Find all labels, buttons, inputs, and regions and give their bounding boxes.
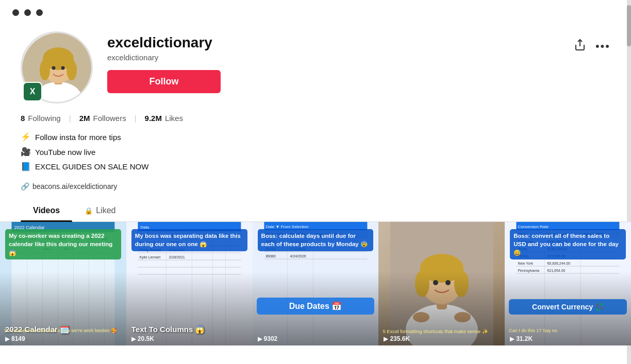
- video-card-1[interactable]: 2022 Calendar Sun Mon Tue Wed Thu Fri Sa…: [0, 222, 126, 345]
- lock-icon: 🔒: [85, 207, 93, 215]
- bio-line-3: 📘 EXCEL GUIDES ON SALE NOW: [21, 160, 610, 175]
- profile-name: exceldictionary: [107, 34, 221, 51]
- video-sub-5: Can I do this 1? Say no: [509, 328, 627, 333]
- follow-button[interactable]: Follow: [107, 70, 221, 93]
- bio-line-2: 🎥 YouTube now live: [21, 145, 610, 160]
- likes-label: Likes: [165, 114, 183, 123]
- video-count-text-3: 9302: [264, 335, 278, 342]
- tabs-row: Videos 🔒 Liked: [0, 200, 631, 222]
- svg-point-6: [67, 60, 77, 80]
- profile-info: exceldictionary exceldictionary Follow •…: [107, 31, 610, 93]
- video-top-badge-5: Boss: convert all of these sales to USD …: [510, 229, 626, 259]
- profile-handle: exceldictionary: [107, 53, 221, 62]
- profile-actions: •••: [574, 34, 610, 54]
- video-card-4[interactable]: 5 Excel formatting shortcuts that make s…: [378, 222, 505, 345]
- followers-count: 2M: [79, 114, 90, 123]
- svg-point-8: [61, 66, 65, 70]
- followers-label: Followers: [93, 114, 126, 123]
- link-icon: 🔗: [21, 182, 29, 190]
- bio-text-1: Follow insta for more tips: [35, 130, 121, 144]
- link-url[interactable]: beacons.ai/exceldictionary: [32, 182, 117, 190]
- excel-badge: X: [23, 82, 42, 101]
- video-bottom-title-2: Text To Columns 😱: [131, 325, 247, 334]
- play-icon-2: ▶: [131, 336, 136, 342]
- link-section: 🔗 beacons.ai/exceldictionary: [0, 177, 631, 200]
- bio-text-3: EXCEL GUIDES ON SALE NOW: [35, 160, 148, 174]
- likes-count: 9.2M: [145, 114, 162, 123]
- tab-liked[interactable]: 🔒 Liked: [72, 200, 128, 221]
- top-bar: [0, 0, 631, 21]
- window-dot-2[interactable]: [24, 9, 31, 16]
- video-count-5: ▶ 31.2K: [510, 335, 533, 342]
- play-icon-5: ▶: [510, 336, 514, 342]
- window-dot-3[interactable]: [36, 9, 43, 16]
- following-label: Following: [28, 114, 60, 123]
- bio-line-1: ⚡ Follow insta for more tips: [21, 130, 610, 145]
- bio-section: ⚡ Follow insta for more tips 🎥 YouTube n…: [0, 127, 631, 177]
- window-dot-1[interactable]: [12, 9, 19, 16]
- video-sub-4: 5 Excel formatting shortcuts that make s…: [383, 328, 501, 334]
- avatar-wrapper: X: [21, 31, 93, 103]
- bio-emoji-1: ⚡: [21, 130, 31, 145]
- play-icon-1: ▶: [5, 336, 9, 342]
- video-count-4: ▶ 235.6K: [384, 335, 410, 342]
- bio-text-2: YouTube now live: [35, 145, 95, 159]
- due-dates-badge: Due Dates 📅: [257, 298, 375, 315]
- stats-row: 8 Following | 2M Followers | 9.2M Likes: [0, 103, 631, 127]
- video-card-5[interactable]: Conversion Rate State Sales (Eur) Sales …: [505, 222, 631, 345]
- video-count-text-4: 235.6K: [390, 335, 410, 342]
- following-count: 8: [21, 114, 25, 123]
- share-icon[interactable]: [574, 39, 586, 54]
- video-top-badge-2: My boss was separating data like this du…: [131, 229, 247, 251]
- video-card-2[interactable]: Data Justin Fever 1/9/2021 Justin Fever …: [126, 222, 253, 345]
- video-count-2: ▶ 20.5K: [131, 335, 154, 342]
- video-card-3[interactable]: Date ▼ From Selection Project ID Due Dat…: [253, 222, 379, 345]
- svg-point-7: [52, 66, 56, 70]
- video-count-text-5: 31.2K: [516, 335, 533, 342]
- bio-emoji-3: 📘: [21, 160, 31, 175]
- video-top-badge-1: My co-worker was creating a 2022 calenda…: [5, 229, 121, 259]
- profile-section: X exceldictionary exceldictionary Follow…: [0, 21, 631, 103]
- video-grid: 2022 Calendar Sun Mon Tue Wed Thu Fri Sa…: [0, 222, 631, 345]
- scrollbar-thumb[interactable]: [627, 5, 631, 46]
- play-icon-3: ▶: [258, 336, 262, 342]
- tab-videos[interactable]: Videos: [21, 200, 72, 221]
- video-count-text-1: 8149: [11, 335, 25, 342]
- video-count-text-2: 20.5K: [138, 335, 154, 342]
- tab-liked-label: Liked: [96, 206, 115, 215]
- play-icon-4: ▶: [384, 336, 388, 342]
- tab-videos-label: Videos: [33, 206, 60, 215]
- svg-point-5: [40, 60, 50, 80]
- video-count-3: ▶ 9302: [258, 335, 278, 342]
- video-sub-1: So I showed her this trick & now we're w…: [4, 328, 122, 333]
- video-top-badge-3: Boss: calculate days until due for each …: [258, 229, 374, 251]
- bio-emoji-2: 🎥: [21, 145, 31, 160]
- convert-currency-badge: Convert Currency 💱: [509, 299, 627, 315]
- video-overlay-4: [378, 222, 505, 345]
- more-options-icon[interactable]: •••: [595, 40, 610, 53]
- video-count-1: ▶ 8149: [5, 335, 25, 342]
